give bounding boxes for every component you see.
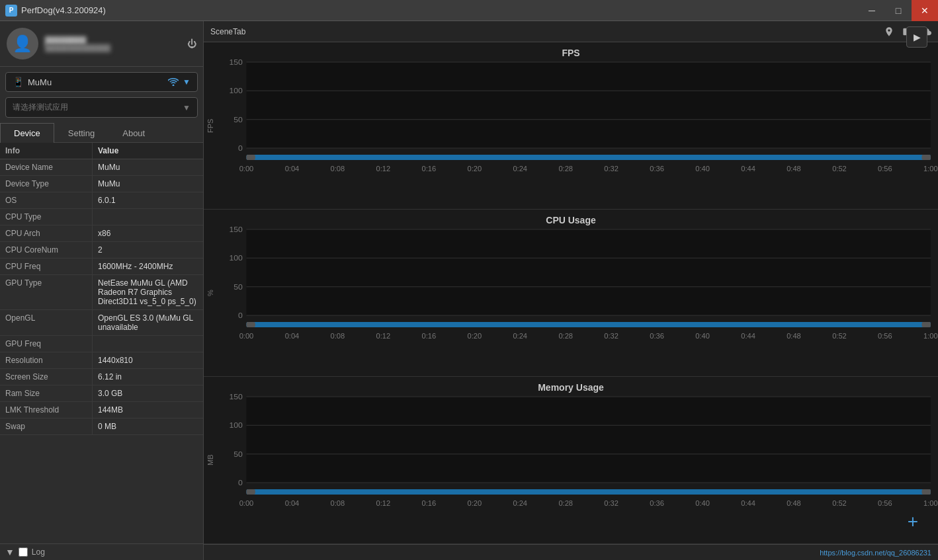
svg-text:150: 150 [230, 393, 243, 401]
info-value [93, 336, 203, 352]
svg-text:0:00: 0:00 [239, 333, 254, 340]
info-key: CPU CoreNum [0, 242, 93, 258]
device-name: MuMu [28, 77, 52, 87]
maximize-button[interactable]: □ [885, 0, 912, 21]
avatar-icon: 👤 [13, 34, 32, 53]
svg-text:100: 100 [230, 87, 243, 95]
svg-rect-55 [246, 322, 930, 327]
tab-device[interactable]: Device [0, 123, 54, 143]
svg-text:150: 150 [230, 58, 243, 66]
info-key: OpenGL [0, 310, 93, 335]
info-key: GPU Type [0, 275, 93, 309]
table-row: CPU Type [0, 209, 203, 225]
tab-about[interactable]: About [108, 123, 159, 143]
table-row: CPU Arch x86 [0, 225, 203, 242]
svg-text:0:04: 0:04 [285, 165, 300, 173]
chart-svg-wrapper: % 150100500 0:000:040:080:120:160:200:24… [204, 210, 938, 376]
device-selector[interactable]: 📱 MuMu ▼ [5, 72, 198, 92]
table-row: Swap 0 MB [0, 419, 203, 435]
info-value: 6.0.1 [93, 192, 203, 208]
svg-text:0:36: 0:36 [650, 333, 664, 340]
status-url: https://blog.csdn.net/qq_26086231 [820, 549, 931, 557]
svg-text:50: 50 [234, 282, 243, 290]
info-table-header: Info Value [0, 143, 203, 159]
svg-rect-27 [246, 155, 255, 160]
svg-text:0:56: 0:56 [878, 333, 892, 340]
log-checkbox[interactable] [19, 547, 28, 557]
svg-text:50: 50 [234, 115, 243, 123]
chart-svg-area: 150100500 0:000:040:080:120:160:200:240:… [217, 210, 938, 376]
titlebar-controls: ─ □ ✕ [859, 0, 938, 21]
table-row: CPU CoreNum 2 [0, 242, 203, 259]
table-row: GPU Type NetEase MuMu GL (AMD Radeon R7 … [0, 275, 203, 310]
svg-rect-58 [246, 397, 930, 483]
minimize-button[interactable]: ─ [859, 0, 885, 21]
table-row: Ram Size 3.0 GB [0, 385, 203, 402]
app-selector[interactable]: 请选择测试应用 ▼ [5, 97, 198, 118]
svg-text:0:12: 0:12 [376, 165, 391, 173]
svg-text:0:44: 0:44 [741, 165, 755, 173]
svg-text:0:36: 0:36 [650, 500, 664, 507]
svg-text:0:40: 0:40 [695, 165, 710, 173]
scene-tabbar: SceneTab [204, 21, 938, 42]
titlebar-left: P PerfDog(v4.3.200924) [0, 5, 106, 17]
main-layout: 👤 ████████ ██████████████ ⏻ 📱 MuMu ▼ [0, 21, 938, 560]
device-dropdown-icon[interactable]: ▼ [183, 77, 191, 87]
status-bar: https://blog.csdn.net/qq_26086231 [204, 544, 938, 560]
svg-text:0:00: 0:00 [239, 165, 254, 173]
titlebar: P PerfDog(v4.3.200924) ─ □ ✕ [0, 0, 938, 21]
info-value: 3.0 GB [93, 385, 203, 401]
log-dropdown-icon[interactable]: ▼ [5, 547, 15, 557]
header-info: Info [0, 143, 93, 159]
chart-svg-area: 150100500 0:000:040:080:120:160:200:240:… [217, 377, 938, 543]
svg-text:100: 100 [230, 254, 243, 262]
info-key: LMK Threshold [0, 402, 93, 418]
info-key: CPU Arch [0, 225, 93, 241]
svg-text:0:28: 0:28 [558, 500, 573, 507]
device-icon: 📱 [13, 77, 24, 87]
svg-text:0:04: 0:04 [285, 333, 300, 340]
device-selector-right: ▼ [168, 77, 191, 87]
chart-fps: FPS FPS FPS 150100500 0:000:040:080:120:… [204, 42, 938, 210]
svg-text:0:36: 0:36 [650, 165, 664, 173]
add-chart-button[interactable]: + [901, 510, 925, 534]
location-icon[interactable] [884, 26, 894, 37]
svg-text:0:40: 0:40 [695, 333, 710, 340]
svg-text:0:32: 0:32 [604, 165, 618, 173]
chart-cpu: CPU Usage AppCPU TotalCPU % 150100500 0:… [204, 210, 938, 377]
svg-rect-26 [246, 155, 930, 160]
tab-setting[interactable]: Setting [54, 123, 108, 143]
svg-text:0:20: 0:20 [467, 165, 482, 173]
right-panel: SceneTab ▶ FPS FPS FPS [204, 21, 938, 560]
svg-rect-57 [922, 322, 931, 327]
svg-text:0: 0 [238, 311, 243, 319]
table-row: LMK Threshold 144MB [0, 402, 203, 419]
avatar: 👤 [7, 28, 38, 60]
svg-text:0:52: 0:52 [832, 500, 847, 507]
svg-text:0:00: 0:00 [239, 500, 254, 507]
username: ████████ [45, 36, 181, 44]
info-key: Swap [0, 419, 93, 434]
svg-text:0:56: 0:56 [878, 165, 892, 173]
svg-text:0:24: 0:24 [513, 333, 527, 340]
close-button[interactable]: ✕ [912, 0, 938, 21]
info-key: GPU Freq [0, 336, 93, 352]
info-value [93, 209, 203, 225]
svg-text:0:20: 0:20 [467, 500, 482, 507]
svg-text:0:04: 0:04 [285, 500, 300, 507]
app-icon: P [5, 5, 17, 17]
svg-text:50: 50 [234, 450, 243, 458]
y-axis-label: MB [204, 377, 217, 543]
play-button[interactable]: ▶ [906, 26, 927, 48]
info-value: MuMu [93, 176, 203, 192]
svg-text:0:24: 0:24 [513, 165, 527, 173]
chart-memory: Memory Usage Memory SwapMemory VirtualMe… [204, 377, 938, 544]
chart-svg-wrapper: MB 150100500 0:000:040:080:120:160:200:2… [204, 377, 938, 543]
svg-text:0: 0 [238, 144, 243, 152]
svg-text:0:28: 0:28 [558, 333, 573, 340]
svg-text:0:12: 0:12 [376, 500, 391, 507]
svg-text:1:00: 1:00 [923, 500, 938, 507]
info-value: NetEase MuMu GL (AMD Radeon R7 Graphics … [93, 275, 203, 309]
power-icon[interactable]: ⏻ [187, 38, 196, 49]
table-row: Device Type MuMu [0, 176, 203, 192]
